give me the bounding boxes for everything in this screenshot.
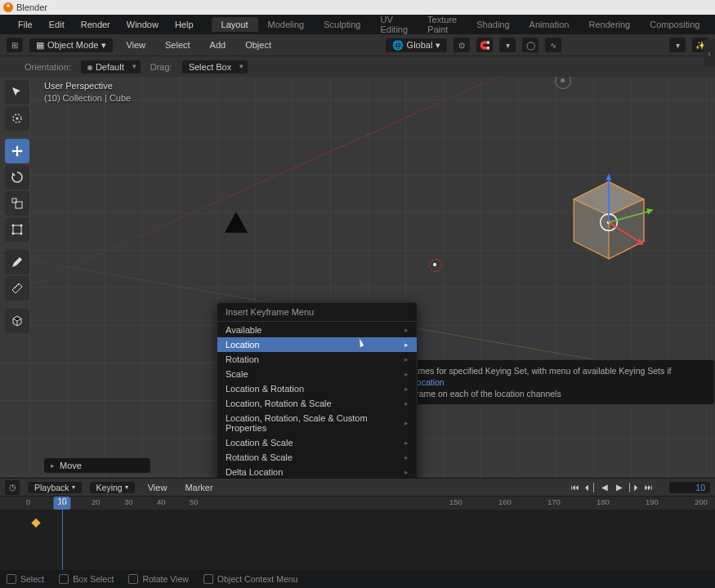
jump-prev-key-icon[interactable]: ⏴│ [584,482,596,493]
jump-end-icon[interactable]: ⏭ [643,482,655,493]
timeline-body[interactable] [0,510,715,571]
proportional-type-icon[interactable]: ∿ [545,38,561,52]
workspace-tab-sculpting[interactable]: Sculpting [314,17,370,32]
svg-point-19 [20,233,23,235]
status-bar: Select Box Select Rotate View Object Con… [0,570,715,588]
ctx-item-location[interactable]: Location [217,337,417,352]
menu-file[interactable]: File [11,18,39,31]
tool-transform[interactable] [5,217,29,242]
ctx-item-location-rotation[interactable]: Location & Rotation [217,381,417,396]
snap-icon[interactable]: 🧲 [476,38,493,52]
workspace-tab-modeling[interactable]: Modeling [258,17,315,32]
current-frame-display[interactable]: 10 [669,482,710,493]
tool-add-cube[interactable] [5,309,29,333]
overlay-line2: (10) Collection | Cube [44,92,131,105]
orientation-label: Global [407,40,433,50]
ctx-item-delta-location[interactable]: Delta Location [217,465,417,478]
tool-rotate[interactable] [5,165,29,189]
timeline-header: ◷ Playback▾ Keying▾ View Marker ⏮ ⏴│ ◀ ▶… [0,479,715,497]
jump-next-key-icon[interactable]: │⏵ [628,482,640,493]
tick-180: 180 [597,497,610,506]
ctx-item-location-rotation-scale[interactable]: Location, Rotation & Scale [217,396,417,411]
globe-icon: 🌐 [392,40,404,51]
tool-scale[interactable] [5,191,29,216]
mouse-middle-icon [128,574,138,584]
timeline-ruler[interactable]: 10 01020304050150160170180190200 [0,497,715,510]
workspace-tab-uv[interactable]: UV Editing [370,12,418,37]
keyframe-diamond[interactable] [31,519,40,528]
menu-edit[interactable]: Edit [42,18,71,31]
editor-type-icon[interactable]: ⊞ [7,38,23,52]
ctx-item-location-rotation-scale-custom-properties[interactable]: Location, Rotation, Scale & Custom Prope… [217,411,417,435]
ctx-item-rotation[interactable]: Rotation [217,352,417,367]
mode-select[interactable]: ▦ Object Mode ▾ [29,38,113,52]
nav-gizmo-icon[interactable] [555,77,571,89]
tl-menu-marker[interactable]: Marker [180,481,217,494]
workspace-tab-rendering[interactable]: Rendering [579,17,640,32]
redo-panel-label: Move [60,461,82,470]
snap-target-icon[interactable]: ▾ [499,38,516,52]
top-menu-bar: File Edit Render Window Help Layout Mode… [0,15,715,34]
svg-marker-6 [606,173,612,180]
svg-point-12 [16,118,19,120]
cursor-3d-icon [428,258,443,273]
sidebar-toggle[interactable]: ‹ [704,39,715,67]
play-icon[interactable]: ▶ [614,482,625,493]
workspace-tab-shading[interactable]: Shading [467,17,519,32]
jump-start-icon[interactable]: ⏮ [570,482,581,493]
workspace-tab-compositing[interactable]: Compositing [640,17,709,32]
mode-label: Object Mode [47,40,98,50]
vh-menu-add[interactable]: Add [203,38,233,51]
workspace-tab-layout[interactable]: Layout [212,17,258,32]
viewport-3d[interactable]: User Perspective (10) Collection | Cube … [0,77,715,478]
workspace-tab-texture[interactable]: Texture Paint [418,12,467,37]
play-reverse-icon[interactable]: ◀ [599,482,610,493]
ctx-item-available[interactable]: Available [217,323,417,337]
tool-select-box[interactable] [5,80,29,105]
ctx-item-location-scale[interactable]: Location & Scale [217,435,417,450]
vh-menu-object[interactable]: Object [239,38,278,51]
viewport-header: ⊞ ▦ Object Mode ▾ View Select Add Object… [0,34,715,56]
status-context-menu: Object Context Menu [203,574,298,584]
svg-marker-8 [646,208,654,215]
keying-popover[interactable]: Keying▾ [90,482,135,493]
menu-window[interactable]: Window [120,18,165,31]
ctx-item-scale[interactable]: Scale [217,367,417,381]
viewport-overlay-text: User Perspective (10) Collection | Cube [44,80,131,105]
timeline-editor: ◷ Playback▾ Keying▾ View Marker ⏮ ⏴│ ◀ ▶… [0,478,715,570]
tick-40: 40 [157,497,166,506]
playback-controls: ⏮ ⏴│ ◀ ▶ │⏵ ⏭ 10 [570,482,710,493]
svg-point-17 [20,225,23,227]
orientation-select[interactable]: 🌐 Global ▾ [386,38,448,52]
menu-render[interactable]: Render [74,18,117,31]
pivot-icon[interactable]: ⊙ [454,38,470,52]
redo-panel[interactable]: ▸ Move [44,458,150,473]
mouse-drag-icon [59,574,69,584]
playhead[interactable] [62,510,63,571]
tool-move[interactable] [5,139,29,163]
ctx-item-rotation-scale[interactable]: Rotation & Scale [217,450,417,465]
options-popover-icon[interactable]: ▾ [669,38,686,52]
tl-menu-view[interactable]: View [143,481,172,494]
playback-popover[interactable]: Playback▾ [28,482,82,493]
tick-20: 20 [92,497,101,506]
tool-annotate[interactable] [5,250,29,274]
orientation-value[interactable]: Default [81,60,141,74]
timeline-editor-type-icon[interactable]: ◷ [5,480,20,495]
menu-help[interactable]: Help [168,18,200,31]
drag-value[interactable]: Select Box [182,60,248,74]
tick-190: 190 [646,497,659,506]
mouse-right-icon [203,574,213,584]
proportional-icon[interactable]: ◯ [522,38,538,52]
tool-measure[interactable] [5,276,29,301]
vh-menu-select[interactable]: Select [159,38,197,51]
tick-50: 50 [190,497,199,506]
camera-icon [225,212,248,233]
tool-cursor[interactable] [5,106,29,131]
cube-object[interactable] [560,175,658,273]
workspace-tab-animation[interactable]: Animation [520,17,579,32]
workspace-tab-geonodes[interactable]: Geometry Nodes [709,12,715,37]
tool-bar [5,80,29,333]
blender-icon [3,2,13,12]
vh-menu-view[interactable]: View [119,38,152,51]
